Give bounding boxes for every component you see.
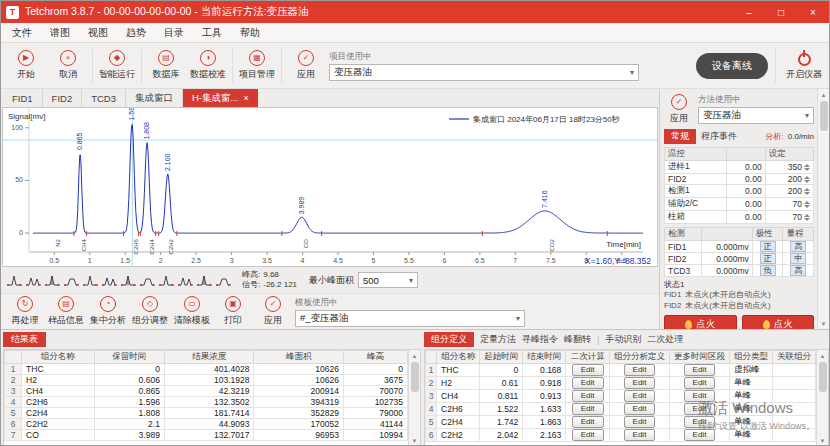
scroll-up-icon[interactable] — [820, 350, 826, 361]
edit-button[interactable]: Edit — [572, 390, 604, 402]
scroll-down-icon[interactable] — [412, 435, 418, 446]
toolbar2-button-6[interactable]: ▣打印 — [213, 295, 253, 329]
table-row[interactable]: 5C2H41.808181.741435282979000 — [5, 408, 408, 419]
spinner-icon[interactable] — [804, 174, 810, 183]
table-row[interactable]: 2H20.606103.1928106263675 — [5, 375, 408, 386]
chart-tab-2[interactable]: FID2 — [43, 89, 83, 107]
component-tab-5[interactable]: 手动识别 — [605, 333, 641, 346]
edit-button[interactable]: Edit — [624, 390, 656, 402]
minimize-button[interactable]: – — [733, 1, 765, 23]
scroll-thumb[interactable] — [819, 362, 827, 392]
project-select[interactable]: 变压器油 — [329, 64, 639, 81]
peak-template-icon-10[interactable] — [177, 272, 194, 288]
scroll-down-icon[interactable] — [821, 318, 827, 329]
peak-template-icon-9[interactable] — [158, 272, 175, 288]
edit-button[interactable]: Edit — [624, 416, 656, 428]
spinner-icon[interactable] — [804, 186, 810, 195]
table-row[interactable]: FID20.00200 — [665, 174, 814, 185]
cell-dropdown[interactable]: 正 — [760, 253, 776, 264]
spinner-icon[interactable] — [804, 212, 810, 221]
component-tab-6[interactable]: 二次处理 — [647, 333, 683, 346]
toolbar2-button-4[interactable]: ◇组分调整 — [129, 295, 171, 329]
toolbar2-button-5[interactable]: ▭清除模板 — [171, 295, 213, 329]
toolbar2-button-1[interactable]: ↻再处理 — [5, 295, 45, 329]
toolbar-apply-button[interactable]: ✓应用 — [285, 45, 327, 87]
cell-dropdown[interactable]: 高 — [790, 265, 806, 276]
chart-tab-1[interactable]: FID1 — [3, 89, 43, 107]
edit-button[interactable]: Edit — [572, 377, 604, 389]
peak-template-icon-11[interactable] — [196, 272, 213, 288]
spinner-icon[interactable] — [804, 162, 810, 171]
component-tab-4[interactable]: 峰翻转 — [564, 333, 591, 346]
edit-button[interactable]: Edit — [624, 377, 656, 389]
peak-template-icon-8[interactable] — [139, 272, 156, 288]
table-row[interactable]: 柱箱0.0070 — [665, 211, 814, 224]
power-button[interactable]: 开启仪器 — [783, 45, 825, 87]
edit-button[interactable]: Edit — [572, 403, 604, 415]
cell-dropdown[interactable]: 正 — [760, 241, 776, 252]
ignite-button-1[interactable]: 点火 — [664, 315, 737, 329]
chart-tab-4[interactable]: 集成窗口 — [126, 89, 183, 107]
close-button[interactable]: × — [797, 1, 829, 23]
chromatogram-plot[interactable]: 0.511.522.533.544.555.566.577.588.505010… — [3, 108, 657, 266]
table-row[interactable]: 检测10.00200 — [665, 185, 814, 198]
edit-button[interactable]: Edit — [684, 403, 716, 415]
toolbar-play-button[interactable]: ▶开始 — [5, 45, 47, 87]
menu-item-4[interactable]: 趋势 — [117, 23, 155, 43]
peak-template-icon-12[interactable] — [215, 272, 232, 288]
peak-template-icon-2[interactable] — [25, 272, 42, 288]
toolbar-calibrate-button[interactable]: ◑数据校准 — [187, 45, 229, 87]
edit-button[interactable]: Edit — [572, 416, 604, 428]
table-row[interactable]: 4C2H61.596132.3502394319102735 — [5, 397, 408, 408]
template-select[interactable]: #_变压器油 — [295, 310, 525, 327]
chart-area[interactable]: 0.511.522.533.544.555.566.577.588.505010… — [2, 107, 658, 267]
table-row[interactable]: TCD30.000mv负高 — [665, 265, 814, 277]
toolbar2-button-7[interactable]: ✓应用 — [253, 295, 293, 329]
table-row[interactable]: 5C2H41.7421.863EditEditEdit单峰 — [426, 416, 816, 429]
component-tab-2[interactable]: 定量方法 — [480, 333, 516, 346]
toolbar2-button-2[interactable]: ▤样品信息 — [45, 295, 87, 329]
table-row[interactable]: 辅助2/C0.0070 — [665, 198, 814, 211]
menu-item-2[interactable]: 谱图 — [41, 23, 79, 43]
scroll-thumb[interactable] — [411, 362, 419, 392]
scroll-up-icon[interactable] — [412, 350, 418, 361]
cell-dropdown[interactable]: 负 — [760, 265, 776, 276]
edit-button[interactable]: Edit — [684, 390, 716, 402]
peak-template-icon-1[interactable] — [6, 272, 23, 288]
min-area-select[interactable]: 500 — [358, 272, 418, 288]
table-row[interactable]: 7CO3.989132.70179695310994 — [5, 430, 408, 441]
table-row[interactable]: 1THC00.168EditEditEdit虚拟峰 — [426, 364, 816, 377]
edit-button[interactable]: Edit — [572, 364, 604, 376]
scroll-thumb[interactable] — [820, 101, 828, 131]
table-row[interactable]: 6C2H22.0422.163EditEditEdit单峰 — [426, 429, 816, 442]
toolbar-cancel-button[interactable]: ×取消 — [47, 45, 89, 87]
table-row[interactable]: FID20.000mv正中 — [665, 253, 814, 265]
scroll-up-icon[interactable] — [821, 89, 827, 100]
table-row[interactable]: 2H20.610.918EditEditEdit单峰 — [426, 377, 816, 390]
menu-item-5[interactable]: 目录 — [155, 23, 193, 43]
table-row[interactable]: 3CH40.8110.913EditEditEdit单峰 — [426, 390, 816, 403]
results-table-scrollbar[interactable] — [408, 350, 420, 446]
peak-template-icon-7[interactable] — [120, 272, 137, 288]
method-panel-scrollbar[interactable] — [817, 89, 829, 329]
edit-button[interactable]: Edit — [624, 364, 656, 376]
chart-tab-3[interactable]: TCD3 — [82, 89, 126, 107]
peak-template-icon-3[interactable] — [44, 272, 61, 288]
device-offline-button[interactable]: 设备离线 — [696, 53, 768, 79]
maximize-button[interactable]: □ — [765, 1, 797, 23]
edit-button[interactable]: Edit — [684, 416, 716, 428]
toolbar-project-button[interactable]: ▦项目管理 — [236, 45, 278, 87]
peak-template-icon-6[interactable] — [101, 272, 118, 288]
peak-template-icon-4[interactable] — [63, 272, 80, 288]
edit-button[interactable]: Edit — [624, 429, 656, 441]
table-row[interactable]: FID10.000mv正高 — [665, 241, 814, 253]
tab-general[interactable]: 常规 — [664, 129, 696, 144]
edit-button[interactable]: Edit — [572, 429, 604, 441]
peak-template-icon-5[interactable] — [82, 272, 99, 288]
table-row[interactable]: 1THC0401.4028106260 — [5, 364, 408, 375]
table-row[interactable]: 3CH40.86542.321920091470070 — [5, 386, 408, 397]
component-table-scrollbar[interactable] — [816, 350, 828, 446]
method-select[interactable]: 变压器油 — [698, 107, 814, 124]
chart-tab-active[interactable]: H-集成窗...× — [183, 89, 258, 107]
menu-item-1[interactable]: 文件 — [3, 23, 41, 43]
